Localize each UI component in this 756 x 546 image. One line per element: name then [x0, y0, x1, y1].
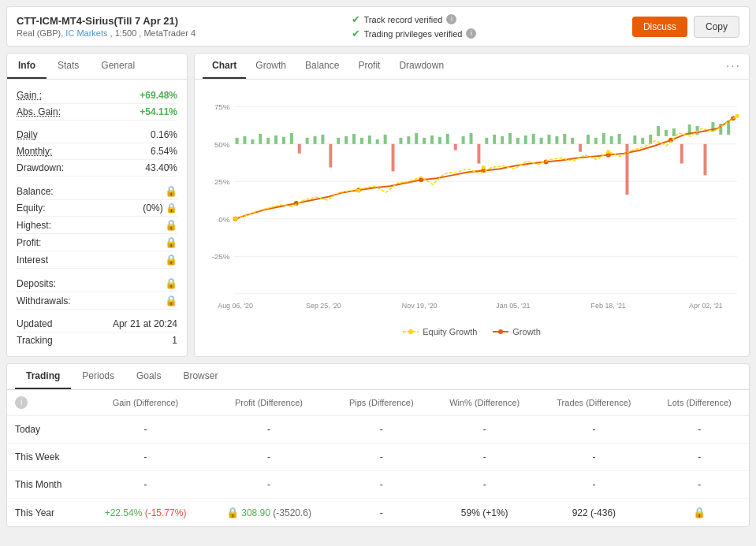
svg-point-85 — [356, 189, 360, 193]
bottom-tab-browser[interactable]: Browser — [172, 364, 229, 389]
svg-rect-39 — [454, 144, 457, 150]
chart-tab-chart[interactable]: Chart — [203, 54, 246, 79]
tracking-label: Tracking — [17, 335, 53, 346]
chart-tab-bar: Chart Growth Balance Profit Drawdown ··· — [195, 54, 749, 80]
year-gain: +22.54% (-15.77%) — [85, 499, 207, 527]
monthly-label[interactable]: Monthly: — [17, 146, 52, 157]
svg-text:-25%: -25% — [212, 252, 230, 261]
chart-tab-profit[interactable]: Profit — [348, 54, 389, 79]
svg-text:Aug 06, '20: Aug 06, '20 — [218, 302, 253, 310]
year-lots: 🔒 — [650, 499, 749, 527]
info-icon-1[interactable]: i — [446, 14, 456, 24]
deposits-label: Deposits: — [17, 278, 56, 289]
info-icon-2[interactable]: i — [466, 28, 476, 39]
chart-more-button[interactable]: ··· — [726, 59, 741, 73]
middle-section: Info Stats General Gain : +69.48% Abs. G… — [6, 53, 750, 357]
chart-panel: Chart Growth Balance Profit Drawdown ··· — [194, 53, 750, 357]
svg-rect-54 — [571, 138, 574, 144]
legend-growth: Growth — [493, 327, 540, 336]
bottom-tab-trading[interactable]: Trading — [15, 364, 71, 389]
svg-point-96 — [408, 329, 413, 334]
legend-growth-label: Growth — [512, 327, 540, 336]
header-left: CTT-ICM-MT4-Sirius(Till 7 Apr 21) Real (… — [17, 15, 196, 38]
svg-rect-40 — [462, 136, 465, 144]
th-pips: Pips (Difference) — [332, 390, 431, 416]
chart-svg: 75% 50% 25% 0% -25% — [203, 86, 741, 322]
svg-rect-21 — [314, 136, 317, 144]
updated-label: Updated — [17, 318, 52, 329]
svg-rect-46 — [508, 133, 512, 144]
equity-label: Equity: — [17, 202, 46, 214]
th-gain: Gain (Difference) — [85, 390, 207, 416]
profit-label: Profit: — [17, 237, 41, 248]
abs-gain-label[interactable]: Abs. Gain: — [17, 106, 61, 117]
svg-rect-26 — [352, 134, 356, 144]
chart-legend: Equity Growth Growth — [203, 327, 741, 336]
svg-text:25%: 25% — [214, 177, 230, 186]
gain-label[interactable]: Gain : — [17, 90, 42, 101]
svg-rect-14 — [259, 134, 262, 144]
svg-text:0%: 0% — [218, 215, 229, 224]
year-trades: 922 (-436) — [538, 499, 650, 527]
account-rest: , 1:500 , MetaTrader 4 — [110, 28, 196, 38]
svg-rect-56 — [587, 135, 590, 144]
gain-value: +69.48% — [140, 90, 177, 101]
svg-rect-17 — [282, 137, 285, 144]
month-profit: - — [206, 471, 331, 499]
broker-link[interactable]: IC Markets — [65, 28, 107, 38]
week-lots: - — [650, 444, 749, 471]
table-info-icon[interactable]: i — [15, 396, 28, 409]
stat-deposits: Deposits: 🔒 — [17, 275, 177, 292]
svg-point-86 — [482, 165, 486, 169]
svg-rect-27 — [360, 138, 363, 144]
svg-rect-31 — [392, 144, 395, 172]
svg-rect-38 — [446, 134, 449, 144]
bottom-tab-periods[interactable]: Periods — [71, 364, 125, 389]
legend-equity-icon — [403, 328, 419, 336]
period-this-week: This Week — [7, 444, 85, 471]
year-profit-diff: (-3520.6) — [273, 507, 311, 518]
daily-label[interactable]: Daily — [17, 129, 38, 140]
stat-daily: Daily 0.16% — [17, 127, 177, 143]
tab-info[interactable]: Info — [7, 54, 47, 79]
svg-rect-52 — [555, 136, 558, 144]
copy-button[interactable]: Copy — [694, 16, 739, 38]
account-title: CTT-ICM-MT4-Sirius(Till 7 Apr 21) — [17, 15, 196, 27]
tab-stats[interactable]: Stats — [47, 54, 90, 79]
svg-rect-32 — [399, 138, 402, 144]
month-win: - — [431, 471, 538, 499]
month-lots: - — [650, 471, 749, 499]
bottom-tab-bar: Trading Periods Goals Browser — [7, 364, 749, 390]
stat-highest: Highest: 🔒 — [17, 217, 177, 234]
svg-rect-49 — [532, 134, 535, 144]
chart-tab-growth[interactable]: Growth — [246, 54, 296, 79]
svg-rect-13 — [251, 139, 254, 144]
svg-rect-12 — [243, 136, 246, 144]
tab-general[interactable]: General — [90, 54, 146, 79]
today-trades: - — [538, 416, 650, 444]
period-this-month: This Month — [7, 471, 85, 499]
interest-lock-icon: 🔒 — [165, 254, 177, 266]
withdrawals-label: Withdrawals: — [17, 295, 71, 306]
header-card: CTT-ICM-MT4-Sirius(Till 7 Apr 21) Real (… — [6, 6, 750, 46]
svg-rect-71 — [703, 144, 706, 176]
svg-rect-43 — [485, 138, 488, 144]
stat-tracking: Tracking 1 — [17, 332, 177, 348]
table-row: Today - - - - - - — [7, 416, 749, 444]
table-row: This Month - - - - - - — [7, 471, 749, 499]
month-trades: - — [538, 471, 650, 499]
verification-section: ✔ Track record verified i ✔ Trading priv… — [352, 13, 477, 39]
discuss-button[interactable]: Discuss — [632, 17, 687, 37]
month-pips: - — [332, 471, 431, 499]
bottom-tab-goals[interactable]: Goals — [125, 364, 172, 389]
year-gain-diff: (-15.77%) — [145, 507, 187, 518]
chart-tab-drawdown[interactable]: Drawdown — [389, 54, 453, 79]
today-win: - — [431, 416, 538, 444]
svg-rect-68 — [680, 144, 683, 164]
svg-rect-67 — [672, 128, 676, 136]
chart-tab-balance[interactable]: Balance — [296, 54, 348, 79]
svg-rect-20 — [306, 138, 309, 144]
today-pips: - — [332, 416, 431, 444]
svg-point-87 — [606, 150, 610, 154]
week-win: - — [431, 444, 538, 471]
